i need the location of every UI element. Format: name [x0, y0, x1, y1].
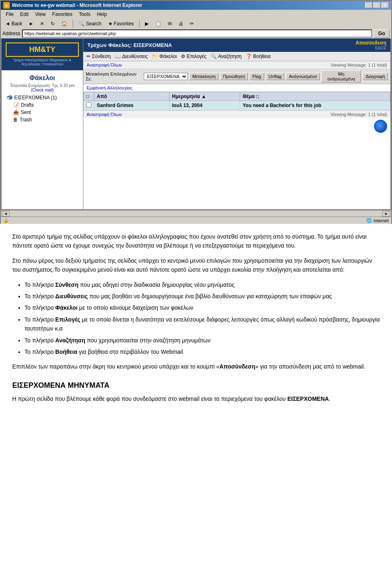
inbox-icon: 📬	[7, 95, 13, 101]
close-button[interactable]: ✕	[381, 2, 389, 8]
sidebar-logo: HM&TY Τμήμα Ηλεκτρολόγων Μηχανικών & Τεχ…	[2, 38, 83, 70]
search-icon: 🔍	[78, 21, 85, 27]
viewing-message-bottom: Viewing Message: 1 (1 total)	[330, 112, 387, 117]
header-date[interactable]: Ημερομηνία ▲	[169, 92, 240, 101]
browser-content: HM&TY Τμήμα Ηλεκτρολόγων Μηχανικών & Τεχ…	[1, 38, 391, 210]
nav-bar: ✏ Σύνθεση 📖 Διευθύνσεις 📁 Φάκελοι ⚙ Επιλ…	[83, 52, 390, 61]
folder-trash[interactable]: 🗑 Trash	[13, 116, 78, 123]
logo-subtitle: Τμήμα Ηλεκτρολόγων Μηχανικών & Τεχνολογί…	[6, 58, 79, 66]
table-row[interactable]: Sanford Grimes Ιουλ 13, 2004 You need a …	[84, 101, 390, 110]
sidebar-folder-title: Φάκελοι	[4, 73, 80, 83]
nav-folders[interactable]: 📁 Φάκελοι	[152, 54, 177, 59]
list-item: Το πλήκτρο Διευθύνσεις που μας βοηθάει ν…	[24, 292, 380, 301]
nav-addresses[interactable]: 📖 Διευθύνσεις	[115, 54, 148, 59]
menu-file[interactable]: File	[2, 11, 17, 18]
nav-compose[interactable]: ✏ Σύνθεση	[87, 54, 111, 59]
unread-button[interactable]: Μη ανάγνωσμένα	[321, 70, 361, 83]
message-from[interactable]: Sanford Grimes	[94, 101, 169, 110]
menu-view[interactable]: View	[32, 11, 49, 18]
message-checkbox[interactable]	[84, 101, 94, 110]
print-button[interactable]: 🖨	[176, 20, 186, 28]
folder-inbox[interactable]: 📬 ΕΙΣΕΡΧΟΜΕΝΑ (1)	[7, 94, 78, 101]
folder-select-dropdown[interactable]: ΕΙΣΕΡΧΟΜΕΝΑ	[144, 73, 188, 80]
menu-favorites[interactable]: Favorites	[49, 11, 76, 18]
top-actions-bar: Αναστροφή Όλων Viewing Message: 1 (1 tot…	[83, 61, 390, 69]
media-button[interactable]: ▶	[142, 20, 151, 28]
nav-help[interactable]: ❓ Βοήθεια	[246, 54, 271, 59]
address-input[interactable]: https://webmail.ee.upatras.gr/src/webmai…	[22, 29, 372, 38]
search-button[interactable]: 🔍 Search	[76, 20, 104, 28]
bullet-list: Το πλήκτρο Σύνθεση που μας οδηγεί στην δ…	[24, 280, 380, 357]
menu-edit[interactable]: Edit	[17, 11, 32, 18]
history-button[interactable]: 📋	[152, 20, 164, 28]
sidebar-update: Τελευταία Ενημέρωση: Τρι, 6:33 pm (Check…	[4, 83, 80, 92]
list-item: Το πλήκτρο Σύνθεση που μας οδηγεί στην δ…	[24, 280, 380, 289]
refresh-button[interactable]: ↻	[48, 20, 58, 28]
window-controls[interactable]: _ □ ✕	[365, 2, 389, 8]
list-item: Το πλήκτρο Φάκελοι με το οποίο κάνουμε δ…	[24, 303, 380, 312]
signout-button[interactable]: Αποσύνδεση	[356, 40, 386, 46]
paragraph-4: Η πρώτη σελίδα που βλέπουμε κάθε φορά πο…	[12, 394, 380, 403]
header-checkbox[interactable]: □	[84, 92, 94, 101]
folder-sent[interactable]: 📤 Sent	[13, 109, 78, 116]
refresh-all-bottom[interactable]: Αναστροφή Όλων	[87, 112, 122, 117]
minimize-button[interactable]: _	[365, 2, 372, 8]
content-area: Στο αριστερό τμήμα της σελίδας υπάρχουν …	[0, 224, 392, 418]
home-button[interactable]: 🏠	[58, 20, 70, 28]
bold-folders: Φάκελοι	[55, 304, 78, 311]
toolbar-separator2	[139, 20, 140, 28]
message-subject[interactable]: You need a Bachelor's for this job	[240, 101, 390, 110]
refresh-all-top[interactable]: Αναστροφή Όλων	[87, 63, 122, 67]
flag-button[interactable]: Flag	[249, 73, 264, 80]
forward-button[interactable]: ►	[26, 20, 37, 28]
edit-button[interactable]: ✏	[187, 20, 197, 28]
unflag-button[interactable]: Unflag	[266, 73, 285, 80]
browser-icon: e	[3, 2, 10, 9]
status-icon: 🔒	[3, 218, 9, 223]
read-button[interactable]: Ανάγνωσμένα	[286, 73, 319, 80]
back-icon: ◄	[5, 21, 10, 27]
sidebar-info: Φάκελοι Τελευταία Ενημέρωση: Τρι, 6:33 p…	[2, 70, 83, 127]
status-right: 🌐 Internet	[366, 218, 389, 223]
show-order-link[interactable]: Εμφάνιση Αλληλουχίας	[87, 85, 132, 90]
folder-drafts[interactable]: 📝 Drafts	[13, 101, 78, 109]
address-label: Address	[2, 31, 20, 36]
refresh-icon: ↻	[51, 21, 55, 27]
menu-tools[interactable]: Tools	[76, 11, 94, 18]
horizontal-scrollbar[interactable]: ◄ ►	[1, 210, 391, 217]
header-subject[interactable]: Θέμα □	[240, 92, 390, 101]
favorites-button[interactable]: ★ Favorites	[105, 20, 137, 28]
check-mail-link[interactable]: (Check mail)	[31, 88, 53, 92]
trash-label: Trash	[20, 117, 32, 123]
back-button[interactable]: ◄ Back	[2, 20, 25, 28]
current-folder-title: Τρέχων Φάκελος: ΕΙΣΕΡΧΟΜΕΝΑ	[87, 42, 172, 48]
logo-text: HM&TY	[6, 42, 79, 57]
message-table: □ Από Ημερομηνία ▲ Θέμα □ Sanford Grimes…	[83, 92, 390, 110]
move-button[interactable]: Μετακίνηση	[189, 73, 218, 80]
nav-options[interactable]: ⚙ Επιλογές	[181, 54, 207, 59]
bold-options: Επιλογές	[55, 316, 80, 323]
section-inbox-title: ΕΙΣΕΡΧΟΜΕΝΑ ΜΗΝΥΜΑΤΑ	[12, 380, 380, 391]
help-icon: ❓	[246, 54, 252, 59]
stop-button[interactable]: ✕	[37, 20, 47, 28]
viewing-message-top: Viewing Message: 1 (1 total)	[330, 63, 387, 67]
main-area: Τρέχων Φάκελος: ΕΙΣΕΡΧΟΜΕΝΑ Αποσύνδεση E…	[83, 38, 390, 209]
go-button[interactable]: Go	[374, 29, 390, 38]
bold-signout: Αποσύνδεση	[219, 363, 255, 370]
address-book-icon: 📖	[115, 54, 121, 59]
bold-search: Αναζήτηση	[55, 337, 85, 344]
mail-button[interactable]: ✉	[165, 20, 175, 28]
delete-button[interactable]: Διαγραφή	[363, 73, 388, 80]
message-date: Ιουλ 13, 2004	[169, 101, 240, 110]
compose-icon: ✏	[87, 54, 91, 59]
list-item: Το πλήκτρο Αναζήτηση που χρησιμοποιείται…	[24, 336, 380, 345]
ece-label: E&CE	[356, 46, 386, 50]
nav-search[interactable]: 🔍 Αναζήτηση	[211, 54, 242, 59]
internet-zone-icon: 🌐	[366, 218, 372, 223]
status-bar: 🔒 🌐 Internet	[1, 217, 391, 224]
maximize-button[interactable]: □	[373, 2, 381, 8]
header-from[interactable]: Από	[94, 92, 169, 101]
options-icon: ⚙	[181, 54, 185, 59]
menu-help[interactable]: Help	[94, 11, 110, 18]
forward-msg-button[interactable]: Προώθηση	[220, 73, 248, 80]
